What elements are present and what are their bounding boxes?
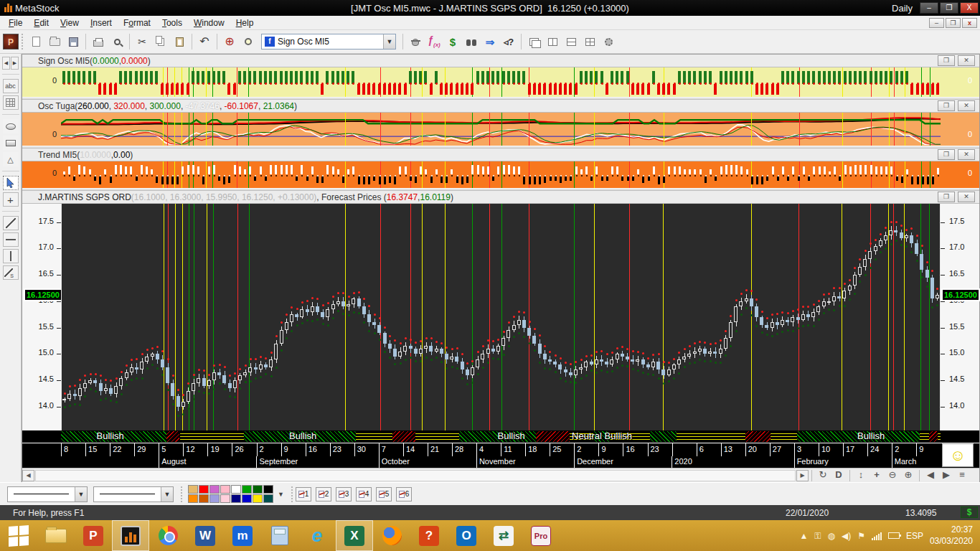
open-button[interactable] (46, 33, 63, 50)
save-button[interactable] (65, 33, 82, 50)
osc-maximize-button[interactable]: ❐ (938, 100, 955, 111)
signal-icon[interactable] (872, 532, 882, 540)
crosshair-tool-button[interactable]: + (3, 192, 19, 207)
tile-vertical-button[interactable] (544, 33, 561, 50)
taskbar-maxthon[interactable]: m (224, 520, 261, 551)
tile-horizontal-button[interactable] (562, 33, 580, 50)
menu-file[interactable]: File (3, 17, 28, 29)
print-button[interactable] (90, 33, 107, 50)
menu-help[interactable]: Help (230, 17, 260, 29)
fit-vertical-button[interactable]: ↕ (853, 469, 869, 481)
price-maximize-button[interactable]: ❐ (938, 192, 955, 202)
tray-expand-icon[interactable]: ▲ (799, 531, 808, 541)
smiley-indicator[interactable]: ☺ (942, 443, 974, 467)
color-swatch[interactable] (253, 485, 263, 494)
network-icon[interactable]: ◍ (827, 531, 834, 541)
scroll-right-button[interactable]: ▶ (11, 57, 19, 70)
color-swatch[interactable] (209, 494, 220, 503)
color-swatch[interactable] (253, 494, 263, 503)
pointer-tool-button[interactable] (3, 176, 19, 190)
candlestick-plot[interactable] (61, 204, 941, 430)
trend-indicator-panel[interactable]: 0 0 (22, 161, 979, 188)
menu-edit[interactable]: Edit (28, 17, 55, 29)
tray-clock[interactable]: 20:37 03/03/2020 (930, 524, 973, 547)
menu-window[interactable]: Window (188, 17, 230, 29)
trend-panel-header[interactable]: Trend MI5 (10.0000, 0.00 ) ❐✕ (22, 149, 979, 161)
chart-template-2-button[interactable]: 2 (316, 487, 331, 501)
osc-panel-header[interactable]: Osc Tuga (260.000, 320.000, 300.000, -47… (22, 100, 979, 113)
indicator-fx-button[interactable]: ƒ(x) (425, 33, 443, 50)
usb-icon[interactable]: ⚿ (814, 531, 821, 541)
scroll-left-button[interactable]: ◀ (2, 57, 10, 70)
zoom-tool-button[interactable] (240, 33, 257, 50)
rectangle-tool-button[interactable] (3, 136, 19, 150)
mdi-restore-button[interactable]: ❐ (946, 18, 961, 28)
semilog-trendline-tool-button[interactable]: S (3, 265, 19, 280)
flag-icon[interactable]: ⚑ (857, 531, 865, 541)
context-help-button[interactable]: ◃? (500, 33, 517, 50)
menu-view[interactable]: View (55, 17, 85, 29)
trendline-tool-button[interactable] (3, 216, 19, 230)
chart-template-5-button[interactable]: 5 (376, 487, 392, 501)
taskbar-start[interactable] (0, 520, 37, 551)
explorer-binoculars-button[interactable] (463, 33, 480, 50)
menu-format[interactable]: Format (118, 17, 156, 29)
color-swatch[interactable] (220, 494, 230, 503)
chart-template-1-button[interactable]: 1 (296, 487, 311, 501)
undo-button[interactable]: ↶ (196, 33, 213, 50)
indicator-dropdown[interactable]: fSign Osc MI5▼ (261, 34, 396, 50)
scroll-prev-button[interactable]: ◀ (923, 469, 938, 481)
grid-tool-button[interactable] (3, 95, 19, 110)
color-swatch[interactable] (209, 485, 220, 494)
paste-button[interactable] (171, 33, 188, 50)
color-swatch[interactable] (242, 485, 252, 494)
color-swatch[interactable] (263, 485, 273, 494)
taskbar-word[interactable]: W (187, 520, 224, 551)
dollar-button[interactable]: $ (444, 33, 461, 50)
triangle-tool-button[interactable]: △ (3, 152, 19, 166)
chart-template-3-button[interactable]: 3 (336, 487, 352, 501)
menu-insert[interactable]: Insert (85, 17, 118, 29)
chart-template-6-button[interactable]: 6 (396, 487, 412, 501)
color-swatch[interactable] (199, 494, 209, 503)
powertools-icon[interactable]: P (3, 34, 19, 50)
periodicity-daily-button[interactable]: D (831, 469, 847, 481)
text-tool-button[interactable]: abc (3, 79, 19, 93)
taskbar-file-explorer[interactable] (37, 520, 75, 551)
taskbar-firefox[interactable] (373, 520, 410, 551)
scroll-next-button[interactable]: ▶ (938, 469, 954, 481)
line-style-dropdown[interactable]: ▼ (7, 486, 88, 502)
sign-close-button[interactable]: ✕ (958, 55, 975, 66)
mdi-close-button[interactable]: x (962, 18, 977, 28)
price-close-button[interactable]: ✕ (958, 192, 975, 202)
color-swatch[interactable] (242, 494, 252, 503)
sign-panel-header[interactable]: Sign Osc MI5 (0.0000, 0.0000 ) ❐✕ (22, 55, 979, 67)
color-swatch[interactable] (220, 485, 230, 494)
taskbar-outlook[interactable]: O (448, 520, 485, 551)
close-button[interactable]: X (960, 2, 979, 14)
cut-button[interactable]: ✂ (133, 33, 151, 50)
cascade-windows-button[interactable] (525, 33, 542, 50)
zoom-out-button[interactable]: ⊖ (885, 469, 900, 481)
scroll-left-right-buttons[interactable]: ◀▶ (2, 57, 19, 70)
tile-grid-button[interactable] (581, 33, 598, 50)
zoom-in-button[interactable]: ⊕ (900, 469, 916, 481)
tray-language[interactable]: ESP (906, 531, 923, 541)
taskbar-excel[interactable]: X (336, 520, 373, 551)
print-preview-button[interactable] (108, 33, 126, 50)
osc-indicator-panel[interactable]: 0 0 (22, 113, 979, 146)
palette-more-arrow[interactable]: ▼ (278, 491, 284, 498)
ellipse-tool-button[interactable] (3, 119, 19, 133)
minimize-button[interactable]: – (920, 2, 938, 14)
battery-icon[interactable] (888, 532, 900, 539)
menu-tools[interactable]: Tools (156, 17, 188, 29)
crosshair-button[interactable]: ⊕ (221, 33, 238, 50)
color-swatch[interactable] (188, 494, 198, 503)
copy-button[interactable] (152, 33, 169, 50)
color-swatch[interactable] (199, 485, 209, 494)
taskbar-metastock[interactable] (112, 520, 149, 551)
taskbar-internet-explorer[interactable]: e (298, 520, 336, 551)
color-swatch[interactable] (231, 485, 241, 494)
chevron-down-icon[interactable]: ▼ (161, 487, 173, 501)
sign-indicator-panel[interactable]: 0 0 (22, 67, 979, 97)
